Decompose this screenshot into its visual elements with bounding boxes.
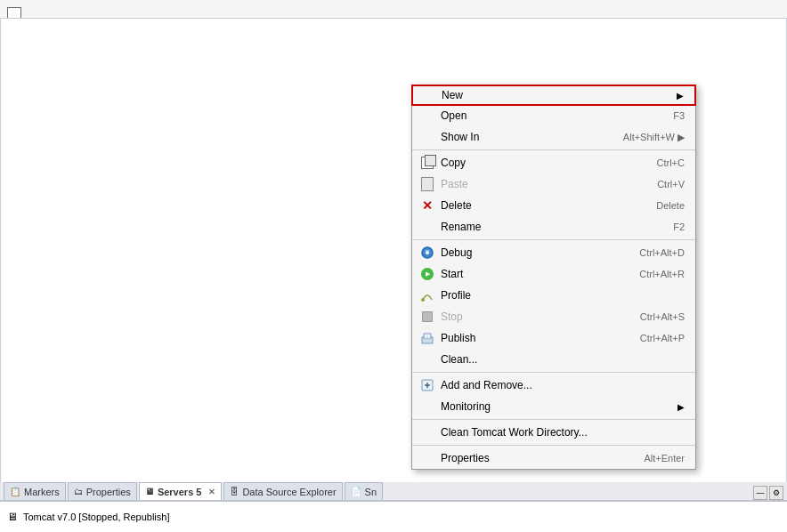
menu-item-monitoring-arrow: ▶ <box>677 402 685 412</box>
menu-item-rename[interactable]: Rename F2 <box>412 216 695 238</box>
datasource-icon: 🗄 <box>230 487 239 496</box>
tab-servers[interactable]: 🖥 Servers 5 ✕ <box>139 482 223 500</box>
menu-item-show-in-label: Show In <box>441 131 623 143</box>
menu-item-copy-shortcut: Ctrl+C <box>657 157 685 168</box>
menu-item-clean-tomcat[interactable]: Clean Tomcat Work Directory... <box>412 422 695 443</box>
separator-5 <box>412 445 695 446</box>
markers-icon: 📋 <box>10 487 20 496</box>
menu-item-delete-shortcut: Delete <box>656 200 685 211</box>
menu-item-stop-shortcut: Ctrl+Alt+S <box>640 311 685 322</box>
publish-icon <box>419 330 435 346</box>
copy-icon <box>419 155 435 171</box>
server-entry-icon: 🖥 <box>7 511 18 523</box>
maximize-panel-button[interactable]: ⚙ <box>769 486 783 500</box>
menu-item-copy-label: Copy <box>441 157 657 169</box>
separator-1 <box>412 149 695 150</box>
tab-actions: — ⚙ <box>753 486 783 500</box>
menu-item-rename-label: Rename <box>441 221 673 233</box>
svg-point-1 <box>426 251 429 254</box>
add-remove-icon <box>419 377 435 393</box>
menu-item-delete-label: Delete <box>441 199 656 212</box>
menu-item-show-in-shortcut: Alt+Shift+W ▶ <box>623 132 685 143</box>
separator-3 <box>412 372 695 373</box>
menu-item-stop: Stop Ctrl+Alt+S <box>412 306 695 327</box>
menu-item-open[interactable]: Open F3 <box>412 105 695 126</box>
workspace: New ▶ Open F3 Show In Alt+Shift+W ▶ Copy… <box>0 0 787 532</box>
menu-item-start-label: Start <box>441 268 639 280</box>
menu-item-stop-label: Stop <box>441 310 640 323</box>
menu-item-publish-shortcut: Ctrl+Alt+P <box>640 333 685 343</box>
menu-item-debug-label: Debug <box>441 246 639 259</box>
servers-icon: 🖥 <box>145 487 154 496</box>
svg-point-2 <box>421 298 425 302</box>
monitoring-icon <box>419 399 435 415</box>
tab-datasource[interactable]: 🗄 Data Source Explorer <box>223 482 342 500</box>
menu-item-rename-shortcut: F2 <box>673 222 685 232</box>
tab-servers-close[interactable]: ✕ <box>208 488 215 496</box>
minimize-panel-button[interactable]: — <box>753 486 767 500</box>
menu-item-debug[interactable]: Debug Ctrl+Alt+D <box>412 242 695 263</box>
menu-item-clean-label: Clean... <box>441 353 685 366</box>
tab-sn-label: Sn <box>365 487 377 497</box>
delete-icon: ✕ <box>419 197 435 214</box>
clean-tomcat-icon <box>419 424 435 440</box>
menu-item-properties-label: Properties <box>441 452 644 464</box>
menu-item-add-remove[interactable]: Add and Remove... <box>412 375 695 396</box>
profile-icon <box>419 287 435 303</box>
menu-item-new-arrow: ▶ <box>677 91 684 101</box>
show-in-icon <box>419 129 435 145</box>
menu-item-profile[interactable]: Profile <box>412 285 695 306</box>
rename-icon <box>419 219 435 235</box>
menu-item-new[interactable]: New ▶ <box>411 85 696 106</box>
new-icon <box>420 87 436 103</box>
menu-item-start-shortcut: Ctrl+Alt+R <box>639 269 685 279</box>
properties-menu-icon <box>419 450 435 466</box>
stop-icon <box>419 309 435 325</box>
menu-item-clean[interactable]: Clean... <box>412 349 695 370</box>
open-icon <box>419 108 435 124</box>
tab-properties[interactable]: 🗂 Properties <box>68 482 137 500</box>
menu-item-paste-label: Paste <box>441 178 657 190</box>
tab-servers-label: Servers 5 <box>158 487 202 497</box>
menu-item-paste: Paste Ctrl+V <box>412 173 695 195</box>
menu-item-monitoring-label: Monitoring <box>441 400 674 413</box>
menu-item-paste-shortcut: Ctrl+V <box>657 179 685 189</box>
server-entry-label: Tomcat v7.0 [Stopped, Republish] <box>23 512 169 522</box>
menu-item-clean-tomcat-label: Clean Tomcat Work Directory... <box>441 426 685 439</box>
context-menu: New ▶ Open F3 Show In Alt+Shift+W ▶ Copy… <box>411 85 696 470</box>
menu-item-publish[interactable]: Publish Ctrl+Alt+P <box>412 327 695 349</box>
tab-sn[interactable]: 📄 Sn <box>345 482 383 500</box>
tab-panel-content: 🖥 Tomcat v7.0 [Stopped, Republish] <box>0 502 787 532</box>
tab-markers[interactable]: 📋 Markers <box>4 482 66 500</box>
menu-item-properties[interactable]: Properties Alt+Enter <box>412 447 695 469</box>
svg-rect-5 <box>425 335 430 338</box>
menu-item-open-shortcut: F3 <box>673 110 685 121</box>
menu-item-profile-label: Profile <box>441 289 685 302</box>
tab-properties-label: Properties <box>86 487 131 497</box>
debug-icon <box>419 245 435 261</box>
tab-markers-label: Markers <box>24 487 60 497</box>
sn-icon: 📄 <box>351 487 361 496</box>
clean-icon <box>419 351 435 367</box>
menu-item-show-in[interactable]: Show In Alt+Shift+W ▶ <box>412 126 695 148</box>
menu-item-copy[interactable]: Copy Ctrl+C <box>412 152 695 173</box>
menu-item-open-label: Open <box>441 109 673 122</box>
menu-item-add-remove-label: Add and Remove... <box>441 379 685 391</box>
menu-item-start[interactable]: Start Ctrl+Alt+R <box>412 263 695 285</box>
menu-item-properties-shortcut: Alt+Enter <box>644 453 685 463</box>
tab-datasource-label: Data Source Explorer <box>242 487 336 497</box>
separator-2 <box>412 239 695 240</box>
bottom-tab-bar: 📋 Markers 🗂 Properties 🖥 Servers 5 ✕ 🗄 D… <box>0 482 787 532</box>
paste-icon <box>419 176 435 192</box>
menu-item-debug-shortcut: Ctrl+Alt+D <box>639 247 685 258</box>
menu-item-delete[interactable]: ✕ Delete Delete <box>412 195 695 216</box>
menu-item-publish-label: Publish <box>441 332 640 344</box>
properties-tab-icon: 🗂 <box>74 487 83 496</box>
tab-strip: 📋 Markers 🗂 Properties 🖥 Servers 5 ✕ 🗄 D… <box>0 482 787 502</box>
menu-item-monitoring[interactable]: Monitoring ▶ <box>412 396 695 417</box>
start-icon <box>419 266 435 282</box>
separator-4 <box>412 419 695 420</box>
menu-item-new-label: New <box>442 89 673 101</box>
